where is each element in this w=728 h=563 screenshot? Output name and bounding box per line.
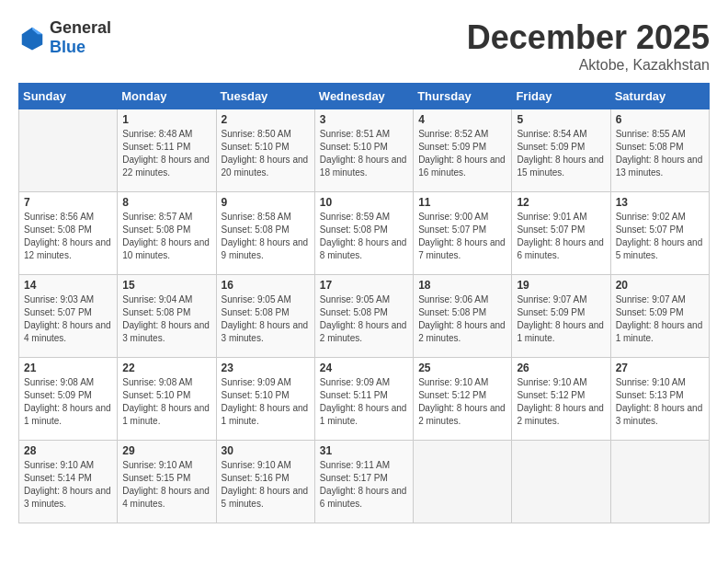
day-info: Sunrise: 9:05 AMSunset: 5:08 PMDaylight:… [320, 294, 407, 343]
calendar-cell: 4 Sunrise: 8:52 AMSunset: 5:09 PMDayligh… [414, 109, 512, 192]
day-number: 23 [222, 362, 310, 374]
day-info: Sunrise: 8:57 AMSunset: 5:08 PMDaylight:… [122, 212, 210, 260]
day-number: 22 [122, 362, 210, 374]
day-info: Sunrise: 9:09 AMSunset: 5:10 PMDaylight:… [222, 377, 309, 426]
day-info: Sunrise: 9:10 AMSunset: 5:12 PMDaylight:… [418, 377, 506, 426]
day-info: Sunrise: 9:01 AMSunset: 5:07 PMDaylight:… [517, 212, 604, 260]
calendar-week-row: 28 Sunrise: 9:10 AMSunset: 5:14 PMDaylig… [19, 441, 710, 523]
calendar-cell: 6 Sunrise: 8:55 AMSunset: 5:08 PMDayligh… [610, 109, 709, 192]
day-info: Sunrise: 9:09 AMSunset: 5:11 PMDaylight:… [320, 377, 407, 426]
weekday-header: Tuesday [216, 84, 314, 109]
calendar-week-row: 21 Sunrise: 9:08 AMSunset: 5:09 PMDaylig… [19, 358, 710, 441]
day-number: 1 [122, 113, 210, 126]
day-info: Sunrise: 8:59 AMSunset: 5:08 PMDaylight:… [320, 212, 407, 260]
day-info: Sunrise: 9:03 AMSunset: 5:07 PMDaylight:… [24, 294, 111, 343]
calendar-week-row: 1 Sunrise: 8:48 AMSunset: 5:11 PMDayligh… [19, 109, 710, 192]
day-info: Sunrise: 9:10 AMSunset: 5:12 PMDaylight:… [517, 377, 604, 426]
day-info: Sunrise: 8:55 AMSunset: 5:08 PMDaylight:… [616, 129, 703, 178]
day-info: Sunrise: 9:10 AMSunset: 5:15 PMDaylight:… [122, 460, 210, 509]
day-number: 13 [616, 196, 704, 209]
logo-blue: Blue [50, 38, 85, 56]
calendar-cell: 27 Sunrise: 9:10 AMSunset: 5:13 PMDaylig… [610, 358, 709, 441]
calendar-cell: 8 Sunrise: 8:57 AMSunset: 5:08 PMDayligh… [118, 192, 216, 275]
calendar-cell: 16 Sunrise: 9:05 AMSunset: 5:08 PMDaylig… [216, 275, 314, 358]
calendar-cell: 3 Sunrise: 8:51 AMSunset: 5:10 PMDayligh… [314, 109, 413, 192]
calendar-cell: 31 Sunrise: 9:11 AMSunset: 5:17 PMDaylig… [314, 441, 413, 523]
day-info: Sunrise: 9:08 AMSunset: 5:10 PMDaylight:… [122, 377, 210, 426]
calendar-cell: 11 Sunrise: 9:00 AMSunset: 5:07 PMDaylig… [414, 192, 512, 275]
day-info: Sunrise: 8:54 AMSunset: 5:09 PMDaylight:… [517, 129, 604, 178]
calendar-cell [19, 109, 118, 192]
day-info: Sunrise: 8:52 AMSunset: 5:09 PMDaylight:… [418, 129, 506, 178]
day-number: 12 [517, 196, 605, 209]
day-info: Sunrise: 9:10 AMSunset: 5:13 PMDaylight:… [616, 377, 703, 426]
day-number: 30 [222, 444, 310, 457]
calendar-week-row: 14 Sunrise: 9:03 AMSunset: 5:07 PMDaylig… [19, 275, 710, 358]
calendar-cell: 10 Sunrise: 8:59 AMSunset: 5:08 PMDaylig… [314, 192, 413, 275]
day-number: 3 [320, 113, 408, 126]
day-number: 4 [418, 113, 506, 126]
logo: General Blue [18, 18, 111, 57]
day-info: Sunrise: 9:05 AMSunset: 5:08 PMDaylight:… [222, 294, 309, 343]
day-number: 31 [320, 444, 408, 457]
day-number: 5 [517, 113, 605, 126]
weekday-header: Monday [118, 84, 216, 109]
day-info: Sunrise: 9:02 AMSunset: 5:07 PMDaylight:… [616, 212, 703, 260]
day-number: 25 [418, 362, 506, 374]
weekday-header: Wednesday [314, 84, 413, 109]
day-number: 18 [418, 279, 506, 292]
svg-marker-0 [22, 28, 43, 51]
day-number: 26 [517, 362, 605, 374]
title-block: December 2025 Aktobe, Kazakhstan [467, 18, 710, 74]
weekday-header: Friday [512, 84, 610, 109]
calendar-cell: 7 Sunrise: 8:56 AMSunset: 5:08 PMDayligh… [19, 192, 118, 275]
calendar-cell [414, 441, 512, 523]
day-info: Sunrise: 9:07 AMSunset: 5:09 PMDaylight:… [616, 294, 703, 343]
weekday-header: Sunday [19, 84, 118, 109]
day-number: 6 [616, 113, 704, 126]
calendar-cell: 26 Sunrise: 9:10 AMSunset: 5:12 PMDaylig… [512, 358, 610, 441]
calendar-cell: 19 Sunrise: 9:07 AMSunset: 5:09 PMDaylig… [512, 275, 610, 358]
day-info: Sunrise: 9:11 AMSunset: 5:17 PMDaylight:… [320, 460, 407, 509]
calendar-cell: 29 Sunrise: 9:10 AMSunset: 5:15 PMDaylig… [118, 441, 216, 523]
month-title: December 2025 [467, 18, 710, 57]
day-number: 15 [122, 279, 210, 292]
day-info: Sunrise: 9:10 AMSunset: 5:16 PMDaylight:… [222, 460, 309, 509]
day-info: Sunrise: 9:08 AMSunset: 5:09 PMDaylight:… [24, 377, 111, 426]
day-info: Sunrise: 8:56 AMSunset: 5:08 PMDaylight:… [24, 212, 111, 260]
calendar-week-row: 7 Sunrise: 8:56 AMSunset: 5:08 PMDayligh… [19, 192, 710, 275]
calendar-cell: 18 Sunrise: 9:06 AMSunset: 5:08 PMDaylig… [414, 275, 512, 358]
day-info: Sunrise: 9:06 AMSunset: 5:08 PMDaylight:… [418, 294, 506, 343]
day-info: Sunrise: 9:04 AMSunset: 5:08 PMDaylight:… [122, 294, 210, 343]
day-number: 16 [222, 279, 310, 292]
calendar-cell: 30 Sunrise: 9:10 AMSunset: 5:16 PMDaylig… [216, 441, 314, 523]
day-number: 20 [616, 279, 704, 292]
day-info: Sunrise: 8:58 AMSunset: 5:08 PMDaylight:… [222, 212, 309, 260]
day-info: Sunrise: 8:51 AMSunset: 5:10 PMDaylight:… [320, 129, 407, 178]
calendar-cell: 25 Sunrise: 9:10 AMSunset: 5:12 PMDaylig… [414, 358, 512, 441]
calendar-cell: 23 Sunrise: 9:09 AMSunset: 5:10 PMDaylig… [216, 358, 314, 441]
calendar-cell: 12 Sunrise: 9:01 AMSunset: 5:07 PMDaylig… [512, 192, 610, 275]
calendar-cell [610, 441, 709, 523]
day-info: Sunrise: 9:07 AMSunset: 5:09 PMDaylight:… [517, 294, 604, 343]
page-header: General Blue December 2025 Aktobe, Kazak… [18, 18, 710, 74]
day-info: Sunrise: 8:50 AMSunset: 5:10 PMDaylight:… [222, 129, 309, 178]
calendar-cell: 17 Sunrise: 9:05 AMSunset: 5:08 PMDaylig… [314, 275, 413, 358]
calendar-cell: 20 Sunrise: 9:07 AMSunset: 5:09 PMDaylig… [610, 275, 709, 358]
day-number: 28 [24, 444, 112, 457]
calendar-cell [512, 441, 610, 523]
weekday-header: Saturday [610, 84, 709, 109]
day-number: 29 [122, 444, 210, 457]
day-number: 24 [320, 362, 408, 374]
calendar-cell: 22 Sunrise: 9:08 AMSunset: 5:10 PMDaylig… [118, 358, 216, 441]
header-row: SundayMondayTuesdayWednesdayThursdayFrid… [19, 84, 710, 109]
location-title: Aktobe, Kazakhstan [467, 57, 710, 74]
calendar-cell: 13 Sunrise: 9:02 AMSunset: 5:07 PMDaylig… [610, 192, 709, 275]
day-number: 8 [122, 196, 210, 209]
logo-icon [18, 24, 46, 52]
day-number: 9 [222, 196, 310, 209]
day-number: 19 [517, 279, 605, 292]
calendar-cell: 24 Sunrise: 9:09 AMSunset: 5:11 PMDaylig… [314, 358, 413, 441]
calendar-cell: 14 Sunrise: 9:03 AMSunset: 5:07 PMDaylig… [19, 275, 118, 358]
day-number: 17 [320, 279, 408, 292]
